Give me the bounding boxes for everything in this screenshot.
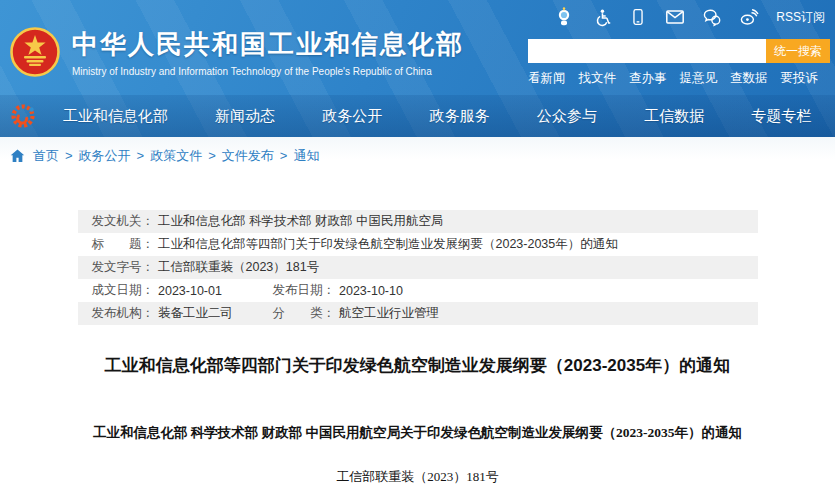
accessibility-icon[interactable]: [591, 7, 611, 27]
nav-items: 工业和信息化部 新闻动态 政务公开 政务服务 公众参与 工信数据 专题专栏: [39, 107, 835, 126]
quick-links: 看新闻 找文件 查办事 提意见 查数据 要投诉: [528, 70, 830, 87]
quick-link-complaint[interactable]: 要投诉: [781, 70, 819, 87]
meta-pair-written-date: 成文日期： 2023-10-01: [92, 282, 273, 299]
meta-label: 发布机构：: [92, 305, 155, 322]
article-title: 工业和信息化部等四部门关于印发绿色航空制造业发展纲要（2023-2035年）的通…: [78, 354, 758, 378]
mobile-icon[interactable]: [628, 7, 648, 27]
wechat-icon[interactable]: [702, 7, 722, 27]
breadcrumb-notice[interactable]: 通知: [293, 147, 319, 165]
site-title: 中华人民共和国工业和信息化部: [72, 27, 464, 62]
mascot-icon[interactable]: [554, 7, 574, 27]
quick-link-data[interactable]: 查数据: [730, 70, 768, 87]
meta-value-publisher: 装备工业二司: [158, 305, 233, 322]
meta-value-publish-date: 2023-10-10: [339, 284, 403, 298]
national-emblem-icon: [10, 27, 60, 77]
document-meta-table: 发文机关： 工业和信息化部 科学技术部 财政部 中国民用航空局 标 题： 工业和…: [78, 210, 758, 325]
meta-value-issuing-authority: 工业和信息化部 科学技术部 财政部 中国民用航空局: [158, 213, 443, 230]
article-doc-number: 工信部联重装（2023）181号: [78, 468, 758, 486]
meta-row-doc-no: 发文字号： 工信部联重装（2023）181号: [78, 256, 758, 279]
nav-item-data[interactable]: 工信数据: [644, 107, 704, 126]
quick-link-news[interactable]: 看新闻: [528, 70, 566, 87]
topbar-utility-icons: RSS订阅: [554, 7, 825, 27]
quick-link-services[interactable]: 查办事: [629, 70, 667, 87]
unified-search-button[interactable]: 统一搜索: [766, 39, 830, 63]
rss-subscribe-link[interactable]: RSS订阅: [776, 9, 825, 26]
meta-row-publisher-category: 发布机构： 装备工业二司 分 类： 航空工业行业管理: [78, 302, 758, 325]
mail-icon[interactable]: [665, 7, 685, 27]
quick-link-files[interactable]: 找文件: [579, 70, 617, 87]
page: RSS订阅 中华人民共和国工业和信息化部 Ministry of Industr…: [0, 0, 835, 487]
miit-gear-logo-icon[interactable]: [9, 101, 39, 131]
document-content: 发文机关： 工业和信息化部 科学技术部 财政部 中国民用航空局 标 题： 工业和…: [78, 174, 758, 486]
meta-value-category: 航空工业行业管理: [339, 305, 439, 322]
breadcrumb-policy-files[interactable]: 政策文件: [150, 147, 202, 165]
meta-pair-publisher: 发布机构： 装备工业二司: [92, 305, 273, 322]
quick-link-suggest[interactable]: 提意见: [680, 70, 718, 87]
breadcrumb-home[interactable]: 首页: [33, 147, 59, 165]
article-subtitle: 工业和信息化部 科学技术部 财政部 中国民用航空局关于印发绿色航空制造业发展纲要…: [78, 424, 758, 442]
nav-item-topics[interactable]: 专题专栏: [751, 107, 811, 126]
meta-label: 发文字号：: [92, 259, 155, 276]
meta-value-written-date: 2023-10-01: [158, 284, 222, 298]
breadcrumb-file-release[interactable]: 文件发布: [222, 147, 274, 165]
breadcrumb-separator: >: [137, 148, 145, 163]
nav-item-participation[interactable]: 公众参与: [537, 107, 597, 126]
meta-label: 分 类：: [273, 305, 336, 322]
meta-pair-publish-date: 发布日期： 2023-10-10: [273, 282, 403, 299]
nav-item-gov-services[interactable]: 政务服务: [429, 107, 489, 126]
breadcrumb-gov-affairs[interactable]: 政务公开: [79, 147, 131, 165]
meta-label: 标 题：: [92, 236, 155, 253]
meta-value-title: 工业和信息化部等四部门关于印发绿色航空制造业发展纲要（2023-2035年）的通…: [158, 236, 618, 253]
meta-pair-category: 分 类： 航空工业行业管理: [273, 305, 440, 322]
breadcrumb: 首页 > 政务公开 > 政策文件 > 文件发布 > 通知: [0, 137, 835, 174]
home-icon[interactable]: [10, 149, 25, 163]
site-brand[interactable]: 中华人民共和国工业和信息化部 Ministry of Industry and …: [10, 27, 464, 77]
breadcrumb-separator: >: [280, 148, 288, 163]
main-nav: 工业和信息化部 新闻动态 政务公开 政务服务 公众参与 工信数据 专题专栏: [0, 95, 835, 137]
search-input[interactable]: [528, 39, 766, 63]
meta-value-doc-no: 工信部联重装（2023）181号: [158, 259, 319, 276]
meta-row-title: 标 题： 工业和信息化部等四部门关于印发绿色航空制造业发展纲要（2023-203…: [78, 233, 758, 256]
meta-label: 发布日期：: [273, 282, 336, 299]
nav-item-miit[interactable]: 工业和信息化部: [63, 107, 168, 126]
site-subtitle-en: Ministry of Industry and Information Tec…: [72, 66, 464, 77]
brand-titles: 中华人民共和国工业和信息化部 Ministry of Industry and …: [72, 27, 464, 77]
breadcrumb-separator: >: [65, 148, 73, 163]
meta-row-issuing-authority: 发文机关： 工业和信息化部 科学技术部 财政部 中国民用航空局: [78, 210, 758, 233]
weibo-icon[interactable]: [739, 7, 759, 27]
nav-item-news[interactable]: 新闻动态: [215, 107, 275, 126]
meta-label: 成文日期：: [92, 282, 155, 299]
meta-row-dates: 成文日期： 2023-10-01 发布日期： 2023-10-10: [78, 279, 758, 302]
search-area: 统一搜索 看新闻 找文件 查办事 提意见 查数据 要投诉: [528, 39, 830, 87]
site-header: RSS订阅 中华人民共和国工业和信息化部 Ministry of Industr…: [0, 0, 835, 137]
breadcrumb-separator: >: [208, 148, 216, 163]
meta-label: 发文机关：: [92, 213, 155, 230]
nav-item-gov-affairs[interactable]: 政务公开: [322, 107, 382, 126]
